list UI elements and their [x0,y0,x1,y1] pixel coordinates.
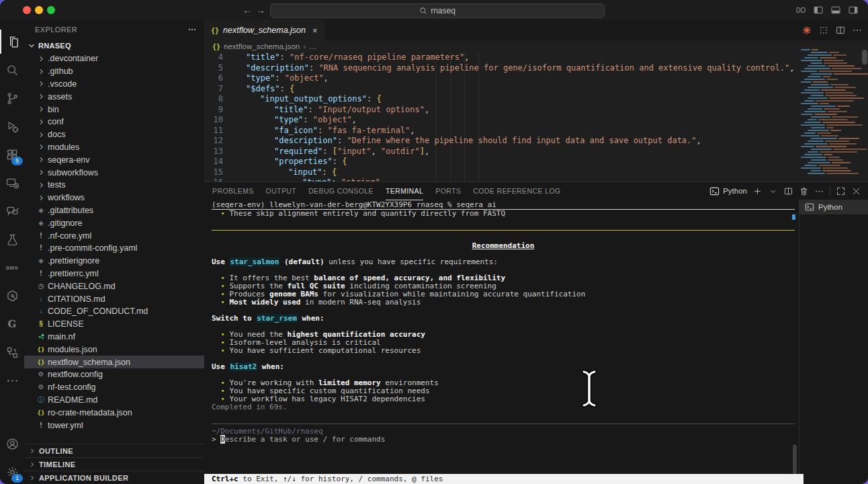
tree-file-label: ro-crate-metadata.json [48,408,132,417]
section-outline[interactable]: OUTLINE [24,444,204,457]
maximize-traffic-light[interactable] [47,6,55,14]
forward-arrow-icon[interactable]: → [255,5,266,15]
tree-file-prettierrc-yml[interactable]: !.prettierrc.yml [24,268,204,280]
tree-folder-workflows[interactable]: workflows [24,192,204,204]
minimize-traffic-light[interactable] [35,6,43,14]
panel-tab-problems[interactable]: PROBLEMS [212,182,254,200]
chevron-down-icon[interactable] [768,186,778,196]
section-application-builder[interactable]: APPLICATION BUILDER [24,471,204,484]
breadcrumb[interactable]: {} nextflow_schema.json › … [204,40,868,52]
panel-tab-terminal[interactable]: TERMINAL [386,182,423,200]
activity-accounts[interactable] [0,432,24,456]
tree-file-main-nf[interactable]: main.nf [24,331,204,344]
code-editor[interactable]: 4"title": "nf-core/rnaseq pipeline param… [204,52,868,182]
tree-file-nf-core-yml[interactable]: !.nf-core.yml [24,229,204,242]
activity-aws[interactable]: aws [0,255,24,280]
tab-nextflow-schema-json[interactable]: {} nextflow_schema.json × [204,20,325,40]
terminal-line: Completed in 69s. [212,403,795,411]
activity-extensions[interactable]: 5 [0,143,24,167]
tree-file-CHANGELOG-md[interactable]: ◷CHANGELOG.md [24,280,204,292]
chevron-right-icon [28,460,36,469]
close-icon[interactable]: × [312,26,318,36]
activity-remote-explorer[interactable] [0,171,24,195]
split-editor-icon[interactable] [783,186,793,196]
chevron-right-icon [36,194,46,202]
tree-folder-docs[interactable]: docs [24,128,204,141]
run-splat-icon[interactable] [801,25,812,36]
activity-chat[interactable] [0,199,24,223]
terminal-scrollbar[interactable] [793,444,797,474]
activity-more-views[interactable] [0,368,24,393]
tree-file-CITATIONS-md[interactable]: ↓CITATIONS.md [24,292,204,305]
tree-file-modules-json[interactable]: {}modules.json [24,343,204,356]
panel-bottom-icon[interactable] [830,5,841,15]
tree-file-nextflow-config[interactable]: ⚙nextflow.config [24,368,204,381]
panel-left-icon[interactable] [813,5,824,15]
tree-folder-assets[interactable]: assets [24,90,204,103]
panel-tab-ports[interactable]: PORTS [435,182,461,200]
tree-file-README-md[interactable]: ⓘREADME.md [24,394,204,407]
activity-run-debug[interactable] [0,114,24,138]
layout-grid-icon[interactable] [795,5,806,15]
git-file-icon: ◈ [36,207,46,214]
activity-search[interactable] [0,58,24,82]
command-center-search[interactable]: rnaseq [270,3,605,18]
tree-folder-devcontainer[interactable]: .devcontainer [24,52,204,65]
tree-folder-subworkflows[interactable]: subworkflows [24,166,204,179]
tree-folder-bin[interactable]: bin [24,103,204,116]
dots-grid-icon[interactable] [818,25,829,36]
tree-folder-github[interactable]: .github [24,65,204,78]
close-traffic-light[interactable] [23,6,31,14]
terminal[interactable]: (seqera-env) llewelyn-van-der-berg@KTW2Y… [212,201,795,484]
plus-icon[interactable] [752,186,763,196]
panel-tab-output[interactable]: OUTPUT [266,182,297,200]
activity-testing[interactable] [0,227,24,251]
activity-gitlens[interactable]: G [0,312,24,336]
section-timeline[interactable]: TIMELINE [24,457,204,471]
ellipsis-icon[interactable] [814,186,824,196]
tree-folder-vscode[interactable]: .vscode [24,78,204,91]
tree-folder-modules[interactable]: modules [24,141,204,154]
tree-file-nf-test-config[interactable]: ⚙nf-test.config [24,381,204,394]
terminal-picker[interactable]: Python [709,186,747,196]
ellipsis-icon[interactable] [852,25,863,36]
tree-file-label: CODE_OF_CONDUCT.md [48,307,148,316]
activity-hex-tool[interactable] [0,284,24,308]
workspace-root-row[interactable]: RNASEQ [24,39,204,52]
panel-tab-code-reference-log[interactable]: CODE REFERENCE LOG [473,182,560,200]
activity-pipeline[interactable] [0,340,24,364]
panel-tab-debug-console[interactable]: DEBUG CONSOLE [308,182,374,200]
tree-file-tower-yml[interactable]: !tower.yml [24,419,204,432]
tree-file-pre-commit-config-yaml[interactable]: !.pre-commit-config.yaml [24,242,204,255]
explorer-more-icon[interactable] [187,24,198,35]
tree-file-gitattributes[interactable]: ◈.gitattributes [24,204,204,217]
tree-file-label: main.nf [48,332,75,341]
split-editor-icon[interactable] [835,25,846,36]
maximize-icon[interactable] [836,186,846,196]
tree-file-prettierignore[interactable]: ◈.prettierignore [24,255,204,268]
line-number: 6 [204,73,223,84]
close-icon[interactable] [851,186,861,196]
terminal-tab-python[interactable]: Python [799,200,868,214]
editor-scrollbar[interactable] [862,50,867,65]
tree-folder-tests[interactable]: tests [24,179,204,192]
activity-settings[interactable]: 1 [0,460,24,484]
back-arrow-icon[interactable]: ← [242,5,253,15]
tree-file-LICENSE[interactable]: §LICENSE [24,318,204,331]
activity-source-control[interactable] [0,86,24,110]
tree-file-gitignore[interactable]: ◈.gitignore [24,216,204,229]
tree-file-CODE_OF_CONDUCT-md[interactable]: ↓CODE_OF_CONDUCT.md [24,305,204,318]
tree-file-label: tower.yml [48,421,83,430]
chevron-right-icon [36,92,46,101]
search-icon [5,63,19,77]
tree-folder-seqera-env[interactable]: seqera-env [24,153,204,166]
tree-folder-conf[interactable]: conf [24,116,204,128]
tree-file-ro-crate-metadata-json[interactable]: {}ro-crate-metadata.json [24,406,204,419]
terminal-input-line[interactable]: > Describe a task or use / for commands [212,436,795,444]
code-line-6: 6"type": "object", [204,73,868,84]
trash-icon[interactable] [799,186,809,196]
panel-right-icon[interactable] [848,5,859,15]
minimap[interactable] [797,48,868,182]
tree-file-nextflow_schema-json[interactable]: {}nextflow_schema.json [24,356,204,368]
activity-explorer[interactable] [0,30,26,54]
